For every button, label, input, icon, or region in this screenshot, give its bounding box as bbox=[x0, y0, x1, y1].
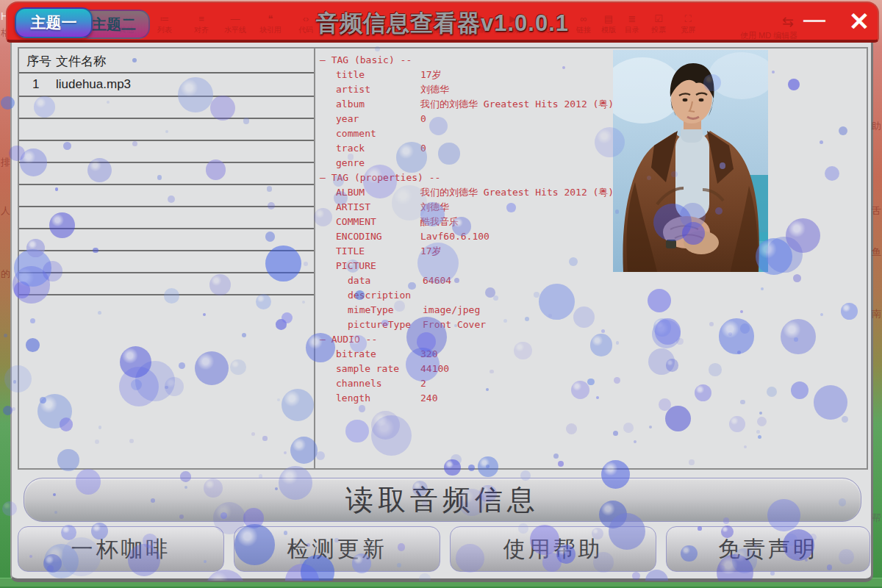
edge-fragment-right: 鱼 bbox=[872, 247, 881, 257]
tag-label: pictureType bbox=[348, 319, 411, 330]
tag-row: track0 bbox=[320, 141, 612, 156]
table-row-empty[interactable] bbox=[19, 229, 314, 251]
tag-panel: — TAG (basic) --title17岁artist刘德华album我们… bbox=[320, 53, 612, 406]
tag-label: channels bbox=[336, 378, 382, 389]
cell-filename: liudehua.mp3 bbox=[56, 77, 131, 92]
edge-fragment-left: 人 bbox=[1, 206, 10, 215]
close-button[interactable]: ✕ bbox=[842, 4, 876, 38]
edge-fragment-right: 帮 bbox=[872, 513, 881, 523]
tag-row: data64604 bbox=[320, 273, 612, 288]
tag-label: length bbox=[336, 392, 370, 404]
tag-row: bitrate320 bbox=[320, 347, 612, 362]
column-header-index: 序号 bbox=[26, 53, 51, 70]
tag-value: 17岁 bbox=[420, 68, 442, 82]
tag-row: COMMENT酷我音乐 bbox=[320, 215, 612, 229]
tag-row: length240 bbox=[320, 391, 612, 406]
table-row-empty[interactable] bbox=[19, 141, 314, 163]
disclaimer-button[interactable]: 免责声明 bbox=[666, 526, 870, 572]
album-art bbox=[613, 50, 768, 272]
tag-row: ARTIST刘德华 bbox=[320, 200, 612, 215]
tag-value: Lavf60.6.100 bbox=[420, 229, 490, 244]
tag-value: 2 bbox=[420, 376, 426, 391]
tag-value: 0 bbox=[420, 112, 426, 126]
tag-label: genre bbox=[336, 157, 365, 168]
tag-row: genre bbox=[320, 156, 612, 171]
table-row-empty[interactable] bbox=[19, 163, 314, 185]
tag-section-header: — TAG (properties) -- bbox=[320, 171, 612, 185]
tag-label: bitrate bbox=[336, 348, 376, 359]
tag-section-header: — TAG (basic) -- bbox=[320, 53, 612, 68]
edge-fragment-right: 助 bbox=[872, 121, 881, 131]
tag-row: comment bbox=[320, 126, 612, 141]
tag-value: 44100 bbox=[420, 362, 449, 376]
column-header-filename: 文件名称 bbox=[56, 53, 106, 70]
tag-row: channels2 bbox=[320, 376, 612, 391]
tag-row: ENCODINGLavf60.6.100 bbox=[320, 229, 612, 244]
tag-row: description bbox=[320, 288, 612, 303]
tag-label: mimeType bbox=[348, 304, 394, 315]
window-body: 序号 文件名称 1liudehua.mp3 — TAG (basic) --ti… bbox=[10, 43, 873, 582]
tag-section-header: — AUDIO -- bbox=[320, 332, 612, 347]
minimize-button[interactable]: — bbox=[798, 3, 831, 37]
tag-label: TITLE bbox=[336, 245, 365, 257]
edge-fragment-left: 排 bbox=[1, 157, 10, 167]
tag-row: sample rate44100 bbox=[320, 362, 612, 376]
tag-value: image/jpeg bbox=[423, 303, 480, 318]
tag-row: pictureTypeFront Cover bbox=[320, 318, 612, 332]
tag-label: PICTURE bbox=[336, 260, 376, 271]
tag-value: 我们的刘德华 Greatest Hits 2012 (粤) bbox=[420, 185, 614, 200]
tag-row: artist刘德华 bbox=[320, 82, 612, 97]
read-audio-info-button[interactable]: 读取音频信息 bbox=[24, 478, 861, 522]
table-row-empty[interactable] bbox=[19, 273, 314, 295]
table-row-empty[interactable] bbox=[19, 185, 314, 207]
help-button[interactable]: 使用帮助 bbox=[450, 526, 656, 572]
tag-value: 酷我音乐 bbox=[420, 215, 459, 229]
table-row[interactable]: 1liudehua.mp3 bbox=[19, 75, 314, 97]
check-update-button[interactable]: 检测更新 bbox=[234, 526, 440, 572]
tag-row: mimeTypeimage/jpeg bbox=[320, 303, 612, 318]
tag-value: 240 bbox=[420, 391, 437, 406]
edge-fragment-right: 南 bbox=[872, 309, 881, 318]
tag-label: ENCODING bbox=[336, 231, 382, 242]
bubble bbox=[4, 334, 7, 337]
tag-row: ALBUM我们的刘德华 Greatest Hits 2012 (粤) bbox=[320, 185, 612, 200]
table-row-empty[interactable] bbox=[19, 251, 314, 273]
tag-value: 17岁 bbox=[420, 244, 442, 259]
file-table-header: 序号 文件名称 bbox=[19, 49, 314, 74]
tag-label: COMMENT bbox=[336, 216, 376, 227]
titlebar: 主题二 主题一 ⋯其他≔列表≡对齐—水平线❝块引用‹›代码⚭资源绑定▦表格▣图像… bbox=[6, 1, 879, 43]
table-row-empty[interactable] bbox=[19, 97, 314, 119]
tag-value: 刘德华 bbox=[420, 82, 449, 97]
tag-label: title bbox=[336, 69, 365, 80]
tag-row: TITLE17岁 bbox=[320, 244, 612, 259]
tag-value: 0 bbox=[420, 141, 426, 156]
tag-value: 64604 bbox=[423, 273, 451, 288]
tag-label: ARTIST bbox=[336, 201, 370, 212]
tag-label: track bbox=[336, 143, 365, 154]
tag-label: comment bbox=[336, 128, 376, 139]
tag-row: album我们的刘德华 Greatest Hits 2012 (粤) bbox=[320, 97, 612, 112]
file-table-body: 1liudehua.mp3 bbox=[19, 75, 314, 295]
tag-value: Front Cover bbox=[423, 318, 486, 332]
tag-value: 320 bbox=[420, 347, 437, 362]
tag-value: 刘德华 bbox=[420, 200, 449, 215]
tag-label: album bbox=[336, 98, 365, 110]
screen: H格排人的助舌鱼南帮 主题二 主题一 ⋯其他≔列表≡对齐—水平线❝块引用‹›代码… bbox=[0, 0, 882, 588]
panel-divider bbox=[314, 49, 315, 468]
tag-label: ALBUM bbox=[336, 187, 365, 198]
table-row-empty[interactable] bbox=[19, 207, 314, 229]
table-row-empty[interactable] bbox=[19, 119, 314, 141]
tag-label: description bbox=[348, 290, 411, 301]
cell-index: 1 bbox=[32, 77, 39, 92]
tag-label: data bbox=[348, 275, 370, 286]
tag-row: year0 bbox=[320, 112, 612, 126]
coffee-button[interactable]: 一杯咖啡 bbox=[18, 526, 224, 572]
edge-fragment-right: 舌 bbox=[872, 206, 881, 215]
content-panel: 序号 文件名称 1liudehua.mp3 — TAG (basic) --ti… bbox=[18, 47, 868, 470]
edge-fragment-left: 的 bbox=[1, 269, 10, 279]
tag-label: artist bbox=[336, 84, 370, 95]
tag-label: sample rate bbox=[336, 363, 399, 374]
tag-row: PICTURE bbox=[320, 259, 612, 273]
tag-row: title17岁 bbox=[320, 68, 612, 82]
tab-theme-1[interactable]: 主题一 bbox=[15, 7, 93, 38]
